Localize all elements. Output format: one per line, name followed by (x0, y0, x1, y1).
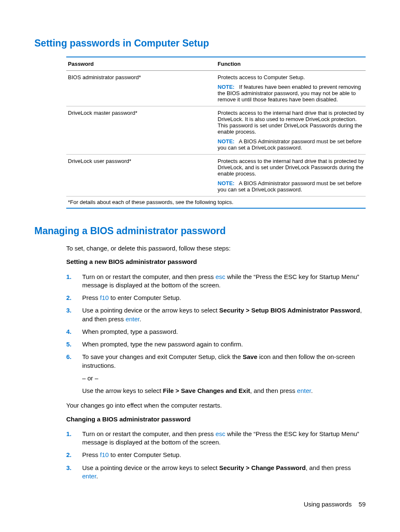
table-row: BIOS administrator password* Protects ac… (66, 71, 366, 106)
cell-password: DriveLock user password* (66, 155, 216, 196)
table-row: DriveLock user password* Protects access… (66, 155, 366, 196)
table-row: DriveLock master password* Protects acce… (66, 106, 366, 155)
note-label: NOTE: (218, 180, 234, 186)
note-label: NOTE: (218, 84, 234, 90)
key-enter: enter (297, 387, 311, 394)
subheading-setting-new: Setting a new BIOS administrator passwor… (66, 258, 366, 266)
heading-managing-bios-password: Managing a BIOS administrator password (34, 225, 366, 237)
page-footer: Using passwords 59 (304, 501, 366, 508)
table-header-password: Password (66, 57, 216, 71)
subheading-changing: Changing a BIOS administrator password (66, 415, 366, 424)
list-item: 3.Use a pointing device or the arrow key… (66, 464, 366, 481)
key-enter: enter (125, 315, 139, 323)
key-enter: enter (82, 473, 96, 480)
page-number: 59 (358, 501, 366, 508)
after-note: Your changes go into effect when the com… (66, 401, 366, 410)
heading-setting-passwords: Setting passwords in Computer Setup (34, 38, 366, 49)
list-item: 4.When prompted, type a password. (66, 328, 366, 336)
table-footnote: *For details about each of these passwor… (66, 196, 366, 209)
list-item: 3.Use a pointing device or the arrow key… (66, 306, 366, 323)
list-item: 6. To save your changes and exit Compute… (66, 353, 366, 395)
intro-text: To set, change, or delete this password,… (66, 244, 366, 253)
cell-function: Protects access to the internal hard dri… (216, 106, 366, 155)
key-f10: f10 (100, 451, 109, 458)
document-page: Setting passwords in Computer Setup Pass… (0, 0, 400, 532)
list-item: 5.When prompted, type the new password a… (66, 340, 366, 349)
key-f10: f10 (100, 294, 109, 301)
list-item: 1.Turn on or restart the computer, and t… (66, 430, 366, 447)
table-header-function: Function (216, 57, 366, 71)
cell-password: DriveLock master password* (66, 106, 216, 155)
list-item: 2.Press f10 to enter Computer Setup. (66, 451, 366, 459)
cell-function: Protects access to Computer Setup. NOTE:… (216, 71, 366, 106)
key-esc: esc (216, 430, 225, 437)
key-esc: esc (216, 273, 225, 280)
password-table: Password Function BIOS administrator pas… (66, 57, 366, 209)
list-item: 1.Turn on or restart the computer, and t… (66, 273, 366, 290)
cell-function: Protects access to the internal hard dri… (216, 155, 366, 196)
steps-setting-new: 1.Turn on or restart the computer, and t… (66, 273, 366, 395)
steps-changing: 1.Turn on or restart the computer, and t… (66, 430, 366, 480)
list-item: 2.Press f10 to enter Computer Setup. (66, 294, 366, 302)
note-label: NOTE: (218, 138, 234, 145)
cell-password: BIOS administrator password* (66, 71, 216, 106)
